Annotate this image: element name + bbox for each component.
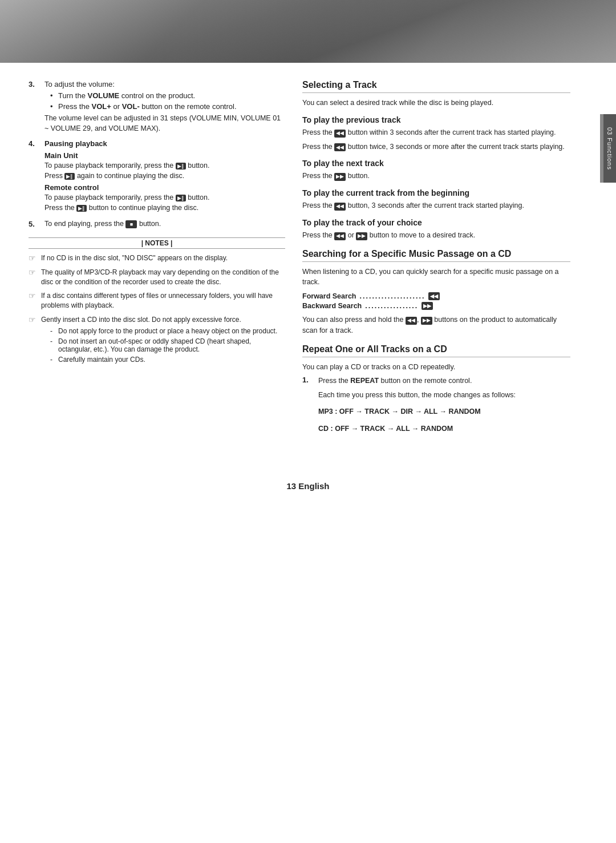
main-unit-text1: To pause playback temporarily, press the… <box>44 162 285 170</box>
item-4: 4. Pausing playback Main Unit To pause p… <box>29 139 285 214</box>
note-text-1: If no CD is in the disc slot, "NO DISC" … <box>41 253 285 263</box>
dash-item-2: Do not insert an out-of-spec or oddly sh… <box>50 337 285 353</box>
note-3: ☞ If a disc contains different types of … <box>29 291 285 310</box>
dash-list: Do not apply force to the product or pla… <box>50 327 285 364</box>
previous-track-text1: Press the ◀◀ button within 3 seconds aft… <box>302 127 570 138</box>
track-choice-subtitle: To play the track of your choice <box>302 218 570 227</box>
forward-search-row: Forward Search ..................... ◀◀ <box>302 292 570 300</box>
next-track-section: To play the next track Press the ▶▶ butt… <box>302 159 570 181</box>
item-4-content: Pausing playback Main Unit To pause play… <box>44 139 285 214</box>
dash-item-3: Carefully maintain your CDs. <box>50 356 285 364</box>
cd-mode: CD : OFF → TRACK → ALL → RANDOM <box>318 422 570 435</box>
volume-note: The volume level can be adjusted in 31 s… <box>44 114 285 134</box>
repeat-item-1-num: 1. <box>302 376 314 435</box>
current-track-icon: ◀◀ <box>334 203 346 211</box>
forward-search-label: Forward Search <box>302 292 356 300</box>
mp3-mode-text: MP3 : OFF → TRACK → DIR → ALL → RANDOM <box>318 408 481 416</box>
search-table: Forward Search ..................... ◀◀ … <box>302 292 570 310</box>
selecting-track-title: Selecting a Track <box>302 80 570 93</box>
backward-search-label: Backward Search <box>302 302 362 310</box>
left-column: 3. To adjust the volume: Turn the VOLUME… <box>29 80 285 441</box>
header-banner <box>0 0 616 63</box>
item-3-label: To adjust the volume: <box>44 80 285 88</box>
searching-intro: When listening to a CD, you can quickly … <box>302 267 570 288</box>
repeat-intro: You can play a CD or tracks on a CD repe… <box>302 362 570 373</box>
repeat-mode-note: Each time you press this button, the mod… <box>318 390 570 401</box>
forward-icon: ◀◀ <box>428 292 440 300</box>
remote-text2: Press the ▶‖ button to continue playing … <box>44 204 285 212</box>
remote-label: Remote control <box>44 183 285 192</box>
previous-track-section: To play the previous track Press the ◀◀ … <box>302 115 570 152</box>
item-4-num: 4. <box>29 139 40 214</box>
item-3-bullets: Turn the VOLUME control on the product. … <box>50 91 285 111</box>
notes-header: | NOTES | <box>29 237 285 249</box>
note-icon-3: ☞ <box>29 291 38 310</box>
prev-icon-2: ◀◀ <box>334 143 346 151</box>
note-4: ☞ Gently insert a CD into the disc slot.… <box>29 315 285 366</box>
note-2: ☞ The quality of MP3/CD-R playback may v… <box>29 268 285 287</box>
notes-section: | NOTES | ☞ If no CD is in the disc slot… <box>29 237 285 366</box>
note-text-4: Gently insert a CD into the disc slot. D… <box>41 316 241 324</box>
side-tab-text: 03 Functions <box>606 127 613 170</box>
backward-search-row: Backward Search ................. ▶▶ <box>302 302 570 310</box>
previous-track-text2: Press the ◀◀ button twice, 3 seconds or … <box>302 142 570 152</box>
searching-section: Searching for a Specific Music Passage o… <box>302 249 570 336</box>
next-track-text: Press the ▶▶ button. <box>302 171 570 181</box>
prev-icon-1: ◀◀ <box>334 130 346 138</box>
searching-title: Searching for a Specific Music Passage o… <box>302 249 570 262</box>
content-area: 3. To adjust the volume: Turn the VOLUME… <box>0 63 616 458</box>
current-track-text: Press the ◀◀ button, 3 seconds after the… <box>302 200 570 211</box>
pause-play-icon: ▶‖ <box>176 163 186 170</box>
backward-icon: ▶▶ <box>422 302 433 310</box>
item-5-content: To end playing, press the ■ button. <box>44 220 285 228</box>
item-3: 3. To adjust the volume: Turn the VOLUME… <box>29 80 285 134</box>
language-text: English <box>298 481 329 491</box>
next-track-subtitle: To play the next track <box>302 159 570 168</box>
footer: 13 English <box>0 481 616 508</box>
current-track-subtitle: To play the current track from the begin… <box>302 188 570 197</box>
note-icon-4: ☞ <box>29 315 38 366</box>
side-tab: 03 Functions <box>603 114 616 183</box>
cd-mode-text: CD : OFF → TRACK → ALL → RANDOM <box>318 425 453 433</box>
note-text-3: If a disc contains different types of fi… <box>41 291 285 310</box>
prev-choice-icon: ◀◀ <box>334 232 346 240</box>
item-3-num: 3. <box>29 80 40 134</box>
remote-play-icon: ▶‖ <box>76 205 87 212</box>
note-content-4: Gently insert a CD into the disc slot. D… <box>41 315 285 366</box>
dash-item-1: Do not apply force to the product or pla… <box>50 327 285 335</box>
right-column: Selecting a Track You can select a desir… <box>302 80 587 441</box>
repeat-item-1-content: Press the REPEAT button on the remote co… <box>318 376 570 435</box>
note-1: ☞ If no CD is in the disc slot, "NO DISC… <box>29 253 285 263</box>
backward-dots: ................. <box>365 302 418 310</box>
page-number: 13 <box>286 481 296 491</box>
mp3-mode: MP3 : OFF → TRACK → DIR → ALL → RANDOM <box>318 405 570 418</box>
main-unit-label: Main Unit <box>44 151 285 160</box>
note-icon-2: ☞ <box>29 268 38 287</box>
note-text-2: The quality of MP3/CD-R playback may var… <box>41 268 285 287</box>
stop-icon: ■ <box>125 220 137 228</box>
item-4-label: Pausing playback <box>44 139 285 148</box>
forward-dots: ..................... <box>359 292 425 300</box>
selecting-track-intro: You can select a desired track while the… <box>302 98 570 108</box>
searching-note: You can also press and hold the ◀◀, ▶▶ b… <box>302 314 570 336</box>
remote-text1: To pause playback temporarily, press the… <box>44 193 285 201</box>
bullet-item: Turn the VOLUME control on the product. <box>50 91 285 100</box>
note-icon-1: ☞ <box>29 253 38 263</box>
track-choice-section: To play the track of your choice Press t… <box>302 218 570 241</box>
bullet-item: Press the VOL+ or VOL- button on the rem… <box>50 102 285 111</box>
main-unit-text2: Press ▶‖ again to continue playing the d… <box>44 172 285 180</box>
play-icon: ▶‖ <box>64 173 75 180</box>
next-choice-icon: ▶▶ <box>356 232 367 240</box>
item-5: 5. To end playing, press the ■ button. <box>29 220 285 228</box>
repeat-item-1: 1. Press the REPEAT button on the remote… <box>302 376 570 435</box>
track-choice-text: Press the ◀◀ or ▶▶ button to move to a d… <box>302 230 570 241</box>
selecting-track-section: Selecting a Track You can select a desir… <box>302 80 570 108</box>
repeat-title: Repeat One or All Tracks on a CD <box>302 344 570 357</box>
next-icon: ▶▶ <box>334 173 346 181</box>
hold-next-icon: ▶▶ <box>421 317 432 325</box>
hold-prev-icon: ◀◀ <box>406 317 417 325</box>
remote-pause-icon: ▶‖ <box>176 195 186 201</box>
repeat-item-1-text: Press the REPEAT button on the remote co… <box>318 376 570 386</box>
item-5-num: 5. <box>29 220 40 228</box>
current-track-section: To play the current track from the begin… <box>302 188 570 211</box>
